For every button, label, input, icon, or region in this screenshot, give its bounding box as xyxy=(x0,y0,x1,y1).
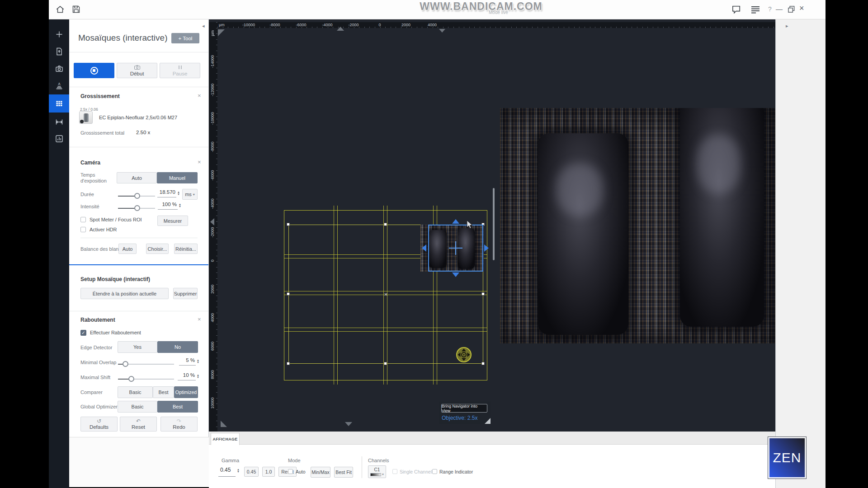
pause-button[interactable]: Pause xyxy=(160,63,200,78)
right-panel-expand-icon[interactable]: ▸ xyxy=(786,23,788,29)
minmax-button[interactable]: Min/Max xyxy=(311,467,330,478)
optimizer-basic-button[interactable]: Basic xyxy=(118,401,157,413)
magnification-close-icon[interactable] xyxy=(198,94,201,98)
gamma-preset-10-button[interactable]: 1.0 xyxy=(262,467,275,477)
compare-basic-button[interactable]: Basic xyxy=(118,386,153,398)
compare-optimized-button[interactable]: Optimized xyxy=(174,386,198,398)
gamma-preset-045-button[interactable]: 0.45 xyxy=(244,467,259,477)
minimal-overlap-stepper[interactable]: ▲▼ xyxy=(197,359,200,364)
hdr-checkbox[interactable] xyxy=(80,227,86,232)
horizontal-ruler: µm -10000-8000-6000-4000-2000020004000 xyxy=(217,22,775,28)
tile-move-down-arrow[interactable] xyxy=(452,272,459,277)
pane-scrollbar[interactable] xyxy=(493,188,495,260)
reset-button[interactable]: ↶ Reset xyxy=(120,417,157,432)
menu-icon[interactable] xyxy=(751,6,760,15)
compare-best-button[interactable]: Best xyxy=(153,386,174,398)
defaults-button[interactable]: ↺ Defaults xyxy=(80,417,118,432)
roi-handle-w[interactable] xyxy=(287,292,290,296)
v-ruler-position-marker[interactable] xyxy=(210,218,214,225)
maximal-shift-slider[interactable] xyxy=(118,379,174,380)
duration-stepper[interactable]: ▲▼ xyxy=(177,191,181,196)
roi-handle-n[interactable] xyxy=(384,223,387,226)
h-ruler-position-marker[interactable] xyxy=(337,27,344,31)
reset-icon: ↶ xyxy=(136,419,141,423)
gamma-stepper[interactable]: ▲▼ xyxy=(237,469,241,473)
image-canvas[interactable]: µm -10000-8000-6000-4000-2000020004000 µ… xyxy=(209,19,775,432)
roi-handle-nw[interactable] xyxy=(287,223,290,226)
comment-icon[interactable] xyxy=(731,5,741,15)
duration-slider-handle[interactable] xyxy=(134,193,140,199)
maximal-shift-value[interactable]: 10 % xyxy=(178,372,196,380)
help-icon[interactable]: ? xyxy=(768,5,772,13)
minimize-icon[interactable]: — xyxy=(776,5,783,13)
sidebar-item-camera[interactable] xyxy=(49,61,69,76)
bestfit-button[interactable]: Best Fit xyxy=(334,467,353,478)
navigator-overlay: Bring Navigator into View Objective: 2.5… xyxy=(439,402,491,424)
edge-yes-button[interactable]: Yes xyxy=(118,341,157,353)
measure-button[interactable]: Mesurer xyxy=(157,216,188,226)
sidebar-item-objective-changer[interactable]: A xyxy=(49,78,69,94)
intensity-stepper[interactable]: ▲▼ xyxy=(179,203,182,208)
maximal-shift-stepper[interactable]: ▲▼ xyxy=(197,374,200,379)
single-channel-checkbox[interactable] xyxy=(392,469,397,474)
tab-affichage[interactable]: AFFICHAGE xyxy=(211,433,240,445)
intensity-slider-handle[interactable] xyxy=(134,205,140,211)
duration-unit-dropdown[interactable]: ms ▾ xyxy=(182,189,198,200)
intensity-slider[interactable] xyxy=(118,208,155,209)
duration-value-input[interactable]: 18.570 xyxy=(157,189,176,197)
gamma-reset-button[interactable]: Reset xyxy=(278,467,297,477)
stage-compass-control[interactable] xyxy=(455,346,473,364)
minimal-overlap-slider[interactable] xyxy=(118,364,174,365)
delete-button[interactable]: Supprimer xyxy=(173,288,198,299)
defaults-button-label: Defaults xyxy=(90,424,108,430)
roi-handle-sw[interactable] xyxy=(287,362,290,365)
tile-move-right-arrow[interactable] xyxy=(484,244,489,252)
channel-c1-button[interactable]: C1 ▾ xyxy=(368,465,386,478)
overlay-resize-handle[interactable] xyxy=(485,418,491,424)
stop-acquisition-button[interactable] xyxy=(74,63,114,78)
intensity-value-input[interactable]: 100 % xyxy=(158,202,178,210)
exposure-auto-button[interactable]: Auto xyxy=(117,172,157,183)
roi-center-marker[interactable]: × xyxy=(383,291,389,297)
duration-slider[interactable] xyxy=(118,196,155,197)
sidebar-item-measure[interactable] xyxy=(49,114,69,130)
sidebar-item-analysis[interactable] xyxy=(49,131,69,146)
spot-meter-checkbox[interactable] xyxy=(80,217,86,222)
maximal-shift-handle[interactable] xyxy=(128,376,134,382)
panel-collapse-icon[interactable]: ◂ xyxy=(202,23,205,29)
camera-close-icon[interactable] xyxy=(198,160,201,164)
close-icon[interactable]: × xyxy=(799,4,804,13)
sidebar-item-add[interactable] xyxy=(49,27,69,42)
save-icon[interactable] xyxy=(71,5,81,16)
sidebar-item-import-document[interactable] xyxy=(49,44,69,59)
gamma-value-input[interactable]: 0.45 xyxy=(218,467,236,477)
stitching-enable-checkbox[interactable] xyxy=(80,330,86,336)
bottom-scroll-marker[interactable] xyxy=(345,422,352,426)
home-icon[interactable] xyxy=(55,5,65,16)
roi-handle-se[interactable] xyxy=(481,362,485,365)
roi-handle-e[interactable] xyxy=(481,292,485,296)
wb-reset-button[interactable]: Réinitia... xyxy=(174,244,198,254)
exposure-manual-button[interactable]: Manuel xyxy=(157,172,198,183)
stitching-close-icon[interactable] xyxy=(198,317,201,322)
redo-button[interactable]: ↷ Redo xyxy=(160,417,198,432)
edge-no-button[interactable]: No xyxy=(157,341,198,353)
h-scroll-marker[interactable] xyxy=(439,29,445,33)
minimal-overlap-handle[interactable] xyxy=(123,361,128,367)
tile-move-up-arrow[interactable] xyxy=(452,219,459,224)
optimizer-best-button[interactable]: Best xyxy=(157,401,198,413)
objective-icon[interactable] xyxy=(79,111,93,124)
wb-auto-button[interactable]: Auto xyxy=(118,244,137,254)
extend-position-button[interactable]: Étendre à la position actuelle xyxy=(80,288,169,299)
roi-handle-s[interactable] xyxy=(384,362,387,365)
range-indicator-checkbox[interactable] xyxy=(432,469,437,474)
wb-pick-button[interactable]: Choisir... xyxy=(146,244,169,254)
bring-navigator-button[interactable]: Bring Navigator into View xyxy=(441,404,487,413)
start-button[interactable]: Début xyxy=(117,63,157,78)
add-tool-button[interactable]: + Tool xyxy=(171,33,199,43)
sidebar-item-tiles-mosaic[interactable] xyxy=(49,94,69,113)
mode-auto-checkbox[interactable] xyxy=(288,469,293,474)
restore-icon[interactable] xyxy=(788,5,795,14)
minimal-overlap-value[interactable]: 5 % xyxy=(179,357,196,366)
tile-move-left-arrow[interactable] xyxy=(422,244,426,252)
